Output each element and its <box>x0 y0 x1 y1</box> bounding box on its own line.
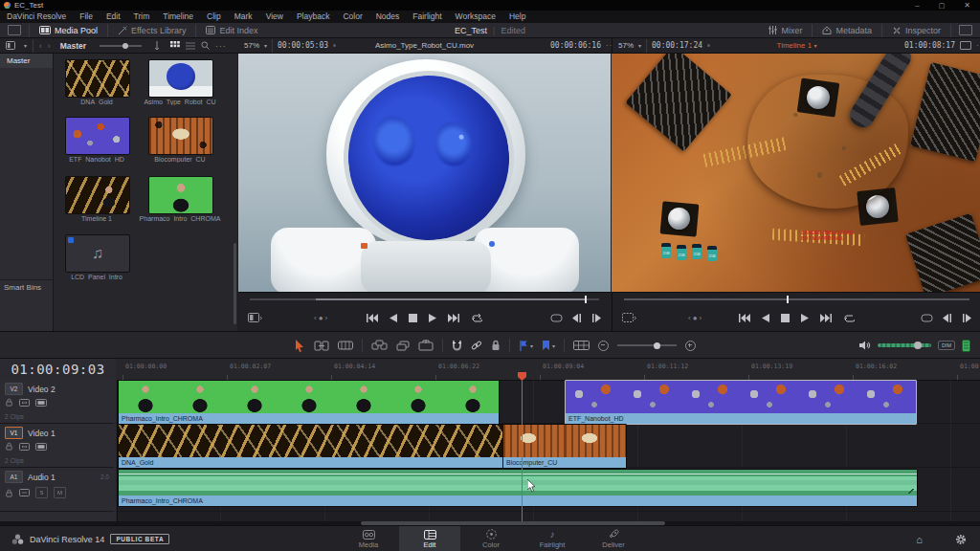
marker-button[interactable]: ▾ <box>542 341 555 351</box>
menu-fairlight[interactable]: Fairlight <box>406 11 448 23</box>
media-clip-label[interactable]: Biocomputer_CU <box>139 156 221 163</box>
media-thumb-timeline1[interactable] <box>65 176 130 214</box>
chevron-down-icon[interactable]: ▾ <box>813 43 816 49</box>
chevron-down-icon[interactable]: ▾ <box>264 42 267 49</box>
mark-out-icon[interactable] <box>591 314 601 322</box>
menu-davinci-resolve[interactable]: DaVinci Resolve <box>0 11 73 23</box>
bin-selector-label[interactable]: Master <box>60 41 86 51</box>
volume-automation-line[interactable] <box>119 474 917 474</box>
effects-library-button[interactable]: Effects Library <box>108 23 195 37</box>
list-view-icon[interactable] <box>186 42 195 50</box>
audio-meter-icon[interactable] <box>962 340 970 352</box>
media-clip-label[interactable]: LCD_Panel_Intro <box>56 274 138 280</box>
timeline-zoom-level[interactable]: 57% <box>618 41 634 50</box>
page-tab-edit[interactable]: Edit <box>399 526 460 551</box>
bin-view-icon[interactable] <box>6 41 18 50</box>
viewer-mode-icon[interactable] <box>622 313 636 322</box>
stop-button[interactable] <box>409 314 417 322</box>
loop-button[interactable] <box>843 313 855 322</box>
media-thumb-lcd-panel[interactable]: ♫ <box>65 234 130 273</box>
media-clip-label[interactable]: ETF_Nanobot_HD <box>56 156 138 163</box>
auto-select-icon[interactable] <box>19 399 30 407</box>
jog-control[interactable]: ‹●› <box>314 314 329 322</box>
menu-nodes[interactable]: Nodes <box>369 11 407 23</box>
panel-toggle-icon[interactable] <box>8 25 21 35</box>
source-scrubber[interactable] <box>250 298 599 300</box>
stop-button[interactable] <box>781 314 790 322</box>
chevron-down-icon[interactable]: ▾ <box>24 42 27 49</box>
grid-view-icon[interactable] <box>170 41 180 50</box>
timeline-selector[interactable]: Timeline 1 <box>777 41 813 50</box>
bin-item-smart-bins[interactable]: Smart Bins <box>0 279 56 294</box>
play-reverse-button[interactable] <box>762 314 769 322</box>
thumb-size-slider[interactable] <box>100 45 142 47</box>
mark-in-icon[interactable] <box>943 314 952 322</box>
media-thumb-biocomputer[interactable] <box>148 117 213 155</box>
volume-slider-thumb[interactable] <box>914 342 922 349</box>
track-badge-v1[interactable]: V1 <box>5 427 23 439</box>
minimize-button[interactable]: – <box>915 1 919 10</box>
zoom-slider-thumb[interactable] <box>654 342 660 349</box>
flag-button[interactable]: ▾ <box>519 341 533 351</box>
bin-item-master[interactable]: Master <box>0 54 53 68</box>
menu-edit[interactable]: Edit <box>100 11 127 23</box>
source-zoom-level[interactable]: 57% <box>244 41 259 50</box>
auto-select-icon[interactable] <box>19 489 30 496</box>
timeline-viewer-video[interactable]: 21B 21B 21B 21B DANGER: BIOHAZARD BD TW … <box>612 54 980 292</box>
track-lock-icon[interactable] <box>5 489 13 497</box>
track-header-v1[interactable]: V1 Video 1 2 Clips <box>0 424 114 468</box>
page-tab-fairlight[interactable]: ♪ Fairlight <box>522 526 583 551</box>
skip-forward-button[interactable] <box>448 314 459 322</box>
fade-handle-icon[interactable] <box>907 489 914 494</box>
media-thumb-asimo[interactable] <box>148 59 213 98</box>
play-button[interactable] <box>801 314 809 322</box>
menu-playback[interactable]: Playback <box>290 11 337 23</box>
zoom-in-icon[interactable] <box>685 341 696 351</box>
maximize-button[interactable]: ▢ <box>939 2 946 10</box>
timeline-lanes[interactable]: Pharmaco_Intro_CHROMA ETF_Nanobot_HD DNA… <box>116 380 980 522</box>
close-button[interactable]: ✕ <box>964 1 970 10</box>
more-options-icon[interactable]: ··· <box>976 41 980 50</box>
mark-out-icon[interactable] <box>962 314 971 322</box>
track-name[interactable]: Video 1 <box>28 429 56 438</box>
trim-edit-mode-icon[interactable] <box>314 341 329 351</box>
zoom-out-icon[interactable] <box>598 341 609 351</box>
media-thumb-etf-nanobot[interactable] <box>65 117 130 155</box>
panel-toggle-right-icon[interactable] <box>959 25 972 35</box>
inspector-button[interactable]: Inspector <box>882 23 950 37</box>
track-lock-icon[interactable] <box>5 398 13 407</box>
menu-file[interactable]: File <box>73 11 100 23</box>
page-tab-deliver[interactable]: Deliver <box>583 526 644 551</box>
timeline-clip-pharmaco-audio[interactable]: Pharmaco_Intro_CHROMA <box>118 469 918 507</box>
track-name[interactable]: Video 2 <box>28 385 56 394</box>
metadata-button[interactable]: Metadata <box>813 23 881 37</box>
page-tab-color[interactable]: Color <box>460 526 522 551</box>
speaker-icon[interactable] <box>859 341 871 350</box>
menu-clip[interactable]: Clip <box>200 11 228 23</box>
settings-gear-icon[interactable] <box>955 534 967 545</box>
search-icon[interactable] <box>201 41 210 50</box>
more-options-icon[interactable]: ··· <box>215 41 227 51</box>
track-enable-icon[interactable] <box>35 399 47 407</box>
insert-clip-icon[interactable] <box>371 340 388 351</box>
track-badge-a1[interactable]: A1 <box>5 471 23 483</box>
media-clip-label[interactable]: Timeline 1 <box>56 215 138 222</box>
scrubber-playhead[interactable] <box>585 296 587 303</box>
track-lock-icon[interactable] <box>5 442 13 451</box>
source-viewer-video[interactable] <box>238 54 611 292</box>
position-lock-icon[interactable] <box>491 340 501 351</box>
skip-back-button[interactable] <box>739 314 750 322</box>
play-reverse-button[interactable] <box>390 314 397 322</box>
snapping-magnet-icon[interactable] <box>452 340 462 351</box>
back-arrow-icon[interactable]: ‹ <box>39 41 42 51</box>
fullframe-icon[interactable] <box>960 41 971 50</box>
master-volume-slider[interactable] <box>878 343 931 347</box>
slider-thumb[interactable] <box>122 43 128 49</box>
menu-mark[interactable]: Mark <box>228 11 259 23</box>
media-clip-label[interactable]: Asimo_Type_Robot_CU <box>139 99 221 105</box>
page-tab-media[interactable]: Media <box>338 526 399 551</box>
timeline-view-options-icon[interactable] <box>573 341 590 350</box>
chevron-down-icon[interactable]: ▾ <box>638 42 641 49</box>
playhead-line[interactable] <box>522 378 523 522</box>
track-badge-v2[interactable]: V2 <box>5 383 23 395</box>
